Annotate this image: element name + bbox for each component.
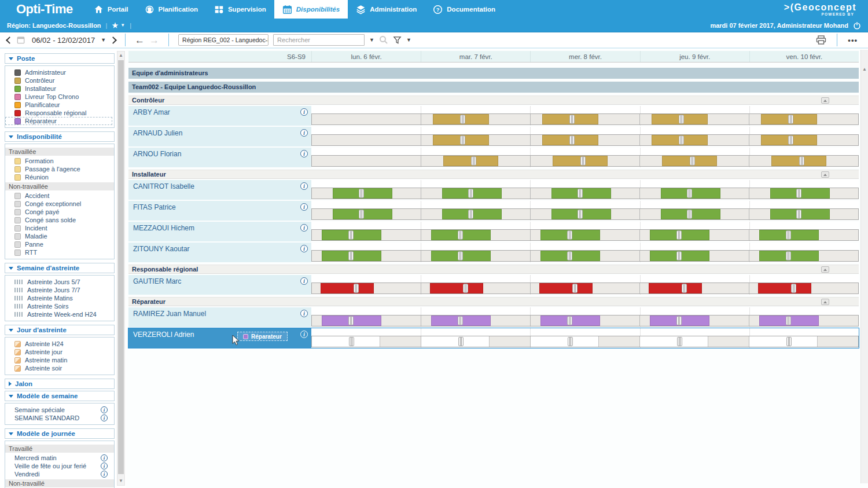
timeline-day-cell-4[interactable] [640, 230, 749, 240]
more-options-button[interactable]: ••• [848, 36, 858, 45]
sidebar-item-vendredi[interactable]: Vendredii [5, 470, 112, 478]
sidebar-item-conge-exceptionnel[interactable]: Congé exceptionnel [5, 200, 112, 208]
calendar-picker-icon[interactable] [17, 36, 25, 44]
timeline-day-cell-2[interactable] [421, 209, 531, 219]
previous-period-button[interactable] [6, 36, 13, 44]
timeline-day-cell-4[interactable] [640, 135, 749, 145]
employee-timeline[interactable] [311, 180, 859, 200]
info-icon[interactable]: i [300, 310, 308, 317]
sidebar-item-astreinte-week-end-h24[interactable]: Astreinte Week-end H24 [5, 310, 112, 318]
sidebar-item-formation[interactable]: Formation [5, 157, 112, 165]
info-icon[interactable]: i [101, 414, 108, 421]
timeline-day-cell-3[interactable] [531, 188, 640, 199]
timeline-day-cell-1[interactable] [312, 114, 421, 124]
timeline-day-cell-2[interactable] [421, 230, 531, 240]
timeline-day-cell-1[interactable] [312, 135, 421, 145]
sidebar-item-controleur[interactable]: Contrôleur [5, 76, 112, 85]
info-icon[interactable]: i [300, 331, 308, 338]
sidebar-item-semaine-speciale[interactable]: Semaine spécialei [5, 406, 112, 414]
employee-row-arby-amar[interactable]: ARBY Amari [128, 106, 859, 126]
info-icon[interactable]: i [300, 245, 308, 252]
timeline-day-cell-1[interactable] [312, 188, 421, 199]
next-period-button[interactable] [109, 36, 117, 44]
timeline-day-cell-2[interactable] [421, 283, 531, 293]
employee-row-gautier-marc[interactable]: GAUTIER Marci [128, 275, 859, 295]
info-icon[interactable]: i [300, 182, 308, 190]
group-band-installateur[interactable]: Installateur [128, 170, 859, 179]
employee-row-mezzaoui-hichem[interactable]: MEZZAOUI Hichemi [128, 222, 859, 241]
employee-timeline[interactable] [311, 328, 859, 348]
tab-planification[interactable]: Planification [137, 0, 206, 19]
sidebar-section-header-modele-de-journee[interactable]: Modèle de journée [5, 428, 115, 439]
sidebar-item-installateur[interactable]: Installateur [5, 85, 112, 93]
scroll-up-icon[interactable]: ▲ [861, 66, 868, 73]
group-band-responsable-regional[interactable]: Responsable régional [128, 265, 859, 274]
sidebar-item-semaine-standard[interactable]: SEMAINE STANDARDi [5, 414, 112, 422]
sidebar-item-veille-de-fete-ou-jour-ferie[interactable]: Veille de fête ou jour feriéi [5, 462, 112, 470]
timeline-day-cell-4[interactable] [640, 209, 749, 219]
team-band-equipe-d-administrateurs[interactable]: Equipe d'administrateurs [128, 68, 859, 79]
timeline-day-cell-1[interactable] [312, 209, 421, 219]
timeline-day-cell-2[interactable] [421, 156, 531, 166]
sidebar-item-astreinte-soir[interactable]: Astreinte soir [5, 364, 112, 372]
sidebar-item-planificateur[interactable]: Planificateur [5, 101, 112, 109]
sidebar-item-astreinte-h24[interactable]: Astreinte H24 [5, 340, 112, 348]
date-caret-icon[interactable]: ▼ [101, 37, 106, 43]
collapse-group-button[interactable] [821, 97, 829, 104]
info-icon[interactable]: i [300, 277, 308, 285]
timeline-day-cell-5[interactable] [749, 135, 858, 145]
sidebar-section-header-jalon[interactable]: Jalon [5, 379, 115, 389]
sidebar-section-header-semaine-d-astreinte[interactable]: Semaine d'astreinte [5, 263, 115, 273]
employee-timeline[interactable] [311, 243, 859, 262]
main-scrollbar[interactable]: ▲ [860, 50, 868, 483]
favorite-caret-icon[interactable]: ▼ [120, 23, 125, 28]
timeline-day-cell-5[interactable] [749, 315, 858, 326]
search-input[interactable] [273, 34, 365, 46]
employee-timeline[interactable] [311, 275, 859, 295]
sidebar-section-header-indisponibilite[interactable]: Indisponibilité [5, 131, 115, 142]
timeline-day-cell-4[interactable] [640, 336, 749, 347]
employee-timeline[interactable] [311, 148, 859, 167]
sidebar-item-reunion[interactable]: Réunion [5, 173, 112, 181]
sidebar-item-mercredi-matin[interactable]: Mercredi matini [5, 454, 112, 462]
employee-row-ramirez-juan-manuel[interactable]: RAMIREZ Juan Manueli [128, 307, 859, 327]
sidebar-item-livreur-top-chrono[interactable]: Livreur Top Chrono [5, 93, 112, 101]
sidebar-item-astreinte-matin[interactable]: Astreinte matin [5, 356, 112, 364]
timeline-day-cell-4[interactable] [640, 315, 749, 326]
timeline-day-cell-2[interactable] [421, 114, 531, 124]
timeline-day-cell-4[interactable] [640, 251, 749, 261]
tab-administration[interactable]: Administration [348, 0, 425, 19]
timeline-day-cell-1[interactable] [312, 315, 421, 326]
sidebar-item-astreinte-matins[interactable]: Astreinte Matins [5, 294, 112, 302]
timeline-day-cell-2[interactable] [421, 135, 531, 145]
sidebar-item-incident[interactable]: Incident [5, 224, 112, 232]
timeline-day-cell-3[interactable] [531, 135, 640, 145]
tab-documentation[interactable]: ?Documentation [425, 0, 503, 19]
sidebar-item-conge-sans-solde[interactable]: Congé sans solde [5, 216, 112, 224]
timeline-day-cell-3[interactable] [531, 336, 640, 347]
timeline-day-cell-3[interactable] [531, 114, 640, 124]
info-icon[interactable]: i [101, 406, 108, 413]
favorite-star-icon[interactable]: ★ [112, 21, 118, 30]
timeline-day-cell-3[interactable] [531, 230, 640, 240]
timeline-day-cell-1[interactable] [312, 336, 421, 347]
timeline-day-cell-1[interactable] [312, 156, 421, 166]
timeline-day-cell-5[interactable] [749, 156, 858, 166]
timeline-day-cell-5[interactable] [749, 209, 858, 219]
sidebar-item-panne[interactable]: Panne [5, 240, 112, 248]
sidebar-section-header-modele-de-semaine[interactable]: Modèle de semaine [5, 391, 115, 401]
employee-timeline[interactable] [311, 307, 859, 327]
timeline-day-cell-3[interactable] [531, 209, 640, 219]
timeline-day-cell-5[interactable] [749, 251, 858, 261]
timeline-day-cell-5[interactable] [749, 230, 858, 240]
tab-disponibilites[interactable]: Disponibilités [274, 0, 348, 19]
scroll-up-icon[interactable]: ▲ [117, 52, 124, 59]
sidebar-item-astreinte-soirs[interactable]: Astreinte Soirs [5, 302, 112, 310]
timeline-day-cell-1[interactable] [312, 251, 421, 261]
timeline-day-cell-5[interactable] [749, 336, 858, 347]
region-filter-select[interactable]: Région REG_002 - Languedoc-Ro... [178, 34, 269, 46]
sidebar-item-astreinte-jours-7-7[interactable]: Astreinte Jours 7/7 [5, 286, 112, 294]
info-icon[interactable]: i [300, 129, 308, 137]
filter-caret-icon[interactable]: ▼ [406, 37, 411, 43]
info-icon[interactable]: i [101, 471, 108, 478]
